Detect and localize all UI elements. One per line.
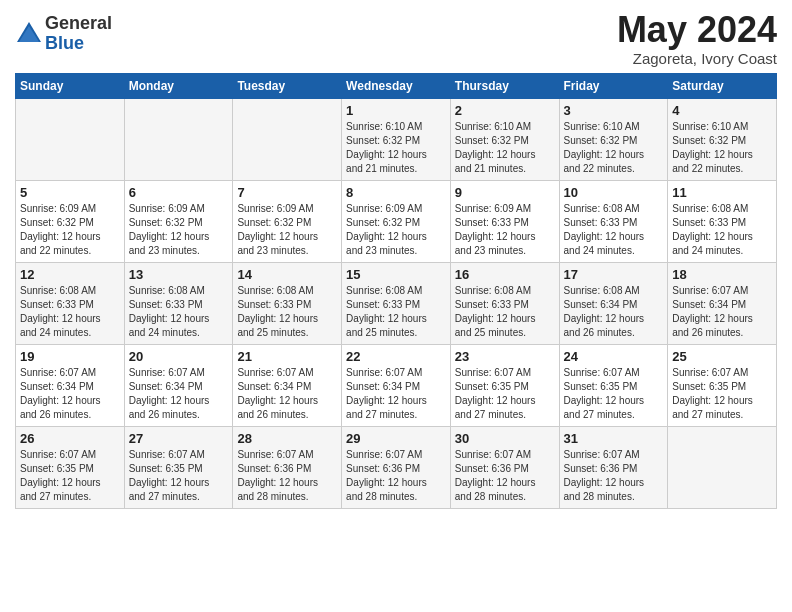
calendar-cell: 7Sunrise: 6:09 AM Sunset: 6:32 PM Daylig…	[233, 180, 342, 262]
title-block: May 2024 Zagoreta, Ivory Coast	[617, 10, 777, 67]
calendar-cell: 20Sunrise: 6:07 AM Sunset: 6:34 PM Dayli…	[124, 344, 233, 426]
day-info: Sunrise: 6:10 AM Sunset: 6:32 PM Dayligh…	[455, 120, 555, 176]
calendar-cell: 21Sunrise: 6:07 AM Sunset: 6:34 PM Dayli…	[233, 344, 342, 426]
day-info: Sunrise: 6:09 AM Sunset: 6:32 PM Dayligh…	[129, 202, 229, 258]
day-number: 22	[346, 349, 446, 364]
calendar-cell: 13Sunrise: 6:08 AM Sunset: 6:33 PM Dayli…	[124, 262, 233, 344]
day-info: Sunrise: 6:07 AM Sunset: 6:35 PM Dayligh…	[564, 366, 664, 422]
calendar-cell: 25Sunrise: 6:07 AM Sunset: 6:35 PM Dayli…	[668, 344, 777, 426]
day-info: Sunrise: 6:09 AM Sunset: 6:32 PM Dayligh…	[346, 202, 446, 258]
page: General Blue May 2024 Zagoreta, Ivory Co…	[0, 0, 792, 524]
logo-blue: Blue	[45, 34, 112, 54]
day-number: 10	[564, 185, 664, 200]
day-number: 11	[672, 185, 772, 200]
day-number: 7	[237, 185, 337, 200]
location: Zagoreta, Ivory Coast	[617, 50, 777, 67]
calendar-cell: 1Sunrise: 6:10 AM Sunset: 6:32 PM Daylig…	[342, 98, 451, 180]
col-header-sunday: Sunday	[16, 73, 125, 98]
day-info: Sunrise: 6:09 AM Sunset: 6:33 PM Dayligh…	[455, 202, 555, 258]
calendar-cell: 4Sunrise: 6:10 AM Sunset: 6:32 PM Daylig…	[668, 98, 777, 180]
calendar-cell: 8Sunrise: 6:09 AM Sunset: 6:32 PM Daylig…	[342, 180, 451, 262]
col-header-saturday: Saturday	[668, 73, 777, 98]
day-number: 24	[564, 349, 664, 364]
calendar-cell: 22Sunrise: 6:07 AM Sunset: 6:34 PM Dayli…	[342, 344, 451, 426]
day-number: 23	[455, 349, 555, 364]
calendar-cell: 10Sunrise: 6:08 AM Sunset: 6:33 PM Dayli…	[559, 180, 668, 262]
calendar-cell: 29Sunrise: 6:07 AM Sunset: 6:36 PM Dayli…	[342, 426, 451, 508]
header-row: SundayMondayTuesdayWednesdayThursdayFrid…	[16, 73, 777, 98]
day-info: Sunrise: 6:07 AM Sunset: 6:35 PM Dayligh…	[672, 366, 772, 422]
day-info: Sunrise: 6:07 AM Sunset: 6:36 PM Dayligh…	[237, 448, 337, 504]
calendar-cell: 5Sunrise: 6:09 AM Sunset: 6:32 PM Daylig…	[16, 180, 125, 262]
week-row-3: 12Sunrise: 6:08 AM Sunset: 6:33 PM Dayli…	[16, 262, 777, 344]
day-number: 19	[20, 349, 120, 364]
day-info: Sunrise: 6:07 AM Sunset: 6:36 PM Dayligh…	[564, 448, 664, 504]
day-info: Sunrise: 6:07 AM Sunset: 6:35 PM Dayligh…	[129, 448, 229, 504]
day-number: 27	[129, 431, 229, 446]
day-number: 15	[346, 267, 446, 282]
calendar-cell: 31Sunrise: 6:07 AM Sunset: 6:36 PM Dayli…	[559, 426, 668, 508]
col-header-tuesday: Tuesday	[233, 73, 342, 98]
day-number: 8	[346, 185, 446, 200]
calendar-cell: 2Sunrise: 6:10 AM Sunset: 6:32 PM Daylig…	[450, 98, 559, 180]
day-number: 4	[672, 103, 772, 118]
calendar-cell: 6Sunrise: 6:09 AM Sunset: 6:32 PM Daylig…	[124, 180, 233, 262]
day-number: 9	[455, 185, 555, 200]
week-row-2: 5Sunrise: 6:09 AM Sunset: 6:32 PM Daylig…	[16, 180, 777, 262]
calendar-cell: 11Sunrise: 6:08 AM Sunset: 6:33 PM Dayli…	[668, 180, 777, 262]
calendar-cell: 24Sunrise: 6:07 AM Sunset: 6:35 PM Dayli…	[559, 344, 668, 426]
calendar-cell: 16Sunrise: 6:08 AM Sunset: 6:33 PM Dayli…	[450, 262, 559, 344]
day-number: 18	[672, 267, 772, 282]
day-number: 12	[20, 267, 120, 282]
day-info: Sunrise: 6:07 AM Sunset: 6:34 PM Dayligh…	[129, 366, 229, 422]
col-header-wednesday: Wednesday	[342, 73, 451, 98]
day-info: Sunrise: 6:07 AM Sunset: 6:36 PM Dayligh…	[455, 448, 555, 504]
week-row-1: 1Sunrise: 6:10 AM Sunset: 6:32 PM Daylig…	[16, 98, 777, 180]
day-number: 20	[129, 349, 229, 364]
calendar-cell: 9Sunrise: 6:09 AM Sunset: 6:33 PM Daylig…	[450, 180, 559, 262]
calendar-cell	[233, 98, 342, 180]
calendar-cell: 30Sunrise: 6:07 AM Sunset: 6:36 PM Dayli…	[450, 426, 559, 508]
day-info: Sunrise: 6:07 AM Sunset: 6:36 PM Dayligh…	[346, 448, 446, 504]
calendar-cell: 19Sunrise: 6:07 AM Sunset: 6:34 PM Dayli…	[16, 344, 125, 426]
calendar-table: SundayMondayTuesdayWednesdayThursdayFrid…	[15, 73, 777, 509]
day-info: Sunrise: 6:08 AM Sunset: 6:34 PM Dayligh…	[564, 284, 664, 340]
day-number: 26	[20, 431, 120, 446]
calendar-cell: 12Sunrise: 6:08 AM Sunset: 6:33 PM Dayli…	[16, 262, 125, 344]
day-number: 25	[672, 349, 772, 364]
week-row-4: 19Sunrise: 6:07 AM Sunset: 6:34 PM Dayli…	[16, 344, 777, 426]
day-number: 31	[564, 431, 664, 446]
col-header-thursday: Thursday	[450, 73, 559, 98]
day-info: Sunrise: 6:07 AM Sunset: 6:34 PM Dayligh…	[20, 366, 120, 422]
day-number: 1	[346, 103, 446, 118]
day-number: 29	[346, 431, 446, 446]
calendar-cell: 23Sunrise: 6:07 AM Sunset: 6:35 PM Dayli…	[450, 344, 559, 426]
logo-general: General	[45, 14, 112, 34]
day-info: Sunrise: 6:09 AM Sunset: 6:32 PM Dayligh…	[237, 202, 337, 258]
day-info: Sunrise: 6:07 AM Sunset: 6:34 PM Dayligh…	[346, 366, 446, 422]
col-header-friday: Friday	[559, 73, 668, 98]
calendar-cell: 15Sunrise: 6:08 AM Sunset: 6:33 PM Dayli…	[342, 262, 451, 344]
month-title: May 2024	[617, 10, 777, 50]
day-info: Sunrise: 6:08 AM Sunset: 6:33 PM Dayligh…	[455, 284, 555, 340]
day-info: Sunrise: 6:09 AM Sunset: 6:32 PM Dayligh…	[20, 202, 120, 258]
day-number: 30	[455, 431, 555, 446]
day-number: 3	[564, 103, 664, 118]
day-info: Sunrise: 6:08 AM Sunset: 6:33 PM Dayligh…	[20, 284, 120, 340]
logo-text: General Blue	[45, 14, 112, 54]
day-info: Sunrise: 6:10 AM Sunset: 6:32 PM Dayligh…	[564, 120, 664, 176]
calendar-cell: 18Sunrise: 6:07 AM Sunset: 6:34 PM Dayli…	[668, 262, 777, 344]
calendar-cell	[668, 426, 777, 508]
day-info: Sunrise: 6:07 AM Sunset: 6:34 PM Dayligh…	[672, 284, 772, 340]
day-info: Sunrise: 6:08 AM Sunset: 6:33 PM Dayligh…	[237, 284, 337, 340]
day-info: Sunrise: 6:08 AM Sunset: 6:33 PM Dayligh…	[129, 284, 229, 340]
calendar-cell: 3Sunrise: 6:10 AM Sunset: 6:32 PM Daylig…	[559, 98, 668, 180]
header: General Blue May 2024 Zagoreta, Ivory Co…	[15, 10, 777, 67]
day-info: Sunrise: 6:10 AM Sunset: 6:32 PM Dayligh…	[672, 120, 772, 176]
calendar-cell: 26Sunrise: 6:07 AM Sunset: 6:35 PM Dayli…	[16, 426, 125, 508]
calendar-cell: 17Sunrise: 6:08 AM Sunset: 6:34 PM Dayli…	[559, 262, 668, 344]
logo-icon	[15, 20, 43, 48]
calendar-cell: 28Sunrise: 6:07 AM Sunset: 6:36 PM Dayli…	[233, 426, 342, 508]
day-number: 13	[129, 267, 229, 282]
day-number: 5	[20, 185, 120, 200]
